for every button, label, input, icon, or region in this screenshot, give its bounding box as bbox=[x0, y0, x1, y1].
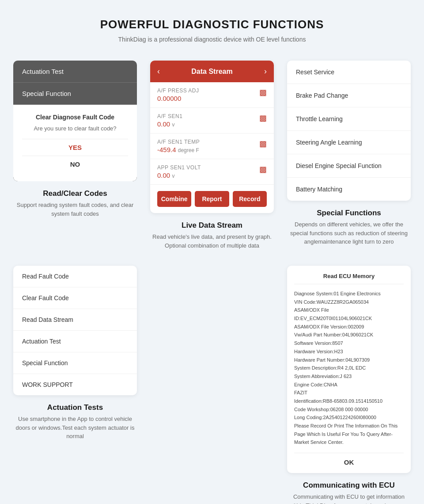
data-stream-card: ‹ Data Stream › A/F PRESS ADJ 0.00000 ▩ … bbox=[150, 61, 274, 213]
record-button[interactable]: Record bbox=[233, 191, 267, 207]
yes-button[interactable]: YES bbox=[22, 139, 128, 156]
ecu-section: Read ECU Memory Diagnose System:01 Engin… bbox=[287, 266, 411, 504]
second-row: Read Fault Code Clear Fault Code Read Da… bbox=[0, 261, 424, 504]
ecu-memory-card: Read ECU Memory Diagnose System:01 Engin… bbox=[287, 266, 411, 473]
fc-read-data-stream[interactable]: Read Data Stream bbox=[13, 309, 137, 331]
chart-icon-3[interactable]: ▩ bbox=[259, 164, 267, 174]
data-stream-header: ‹ Data Stream › bbox=[150, 61, 274, 82]
no-button[interactable]: NO bbox=[22, 156, 128, 172]
right-section: Reset Service Brake Pad Change Throttle … bbox=[287, 61, 411, 252]
row-value-0: 0.00000 bbox=[157, 95, 199, 102]
chart-icon-2[interactable]: ▩ bbox=[259, 139, 267, 149]
ecu-comm-section: Communicating with ECU Communicating wit… bbox=[287, 481, 411, 504]
row-label-3: APP SEN1 VOLT bbox=[157, 164, 201, 171]
main-grid: Actuation Test Special Function Clear Di… bbox=[0, 52, 424, 261]
chart-icon-0[interactable]: ▩ bbox=[259, 88, 267, 97]
row-label-2: A/F SEN1 TEMP bbox=[157, 139, 200, 145]
live-data-title: Live Data Stream bbox=[150, 221, 274, 230]
fc-work-support[interactable]: WORK SUPPORT bbox=[13, 374, 137, 395]
sf-section-label: Special Functions Depends on different v… bbox=[287, 209, 411, 246]
page-subtitle: ThinkDiag is a professional diagnostic d… bbox=[9, 36, 415, 43]
left-section: Actuation Test Special Function Clear Di… bbox=[13, 61, 137, 252]
fault-code-section: Read Fault Code Clear Fault Code Read Da… bbox=[13, 266, 137, 504]
data-row-3: APP SEN1 VOLT 0.00 v ▩ bbox=[150, 159, 274, 185]
report-button[interactable]: Report bbox=[195, 191, 229, 207]
actuation-menu-card: Actuation Test Special Function Clear Di… bbox=[13, 61, 137, 181]
actuation-test-item[interactable]: Actuation Test bbox=[13, 61, 137, 83]
back-arrow-icon[interactable]: ‹ bbox=[157, 67, 160, 76]
row-label-1: A/F SEN1 bbox=[157, 113, 182, 119]
row-value-2: -459.4 degree F bbox=[157, 146, 200, 153]
actuation-test-section: Actuation Tests Use smartphone in the Ap… bbox=[13, 403, 137, 441]
row-value-3: 0.00 v bbox=[157, 172, 201, 179]
center-bottom-spacer bbox=[150, 266, 274, 270]
dialog-text: Are you sure to clear fault code? bbox=[22, 125, 128, 132]
sf-diesel-engine[interactable]: Diesel Engine Special Function bbox=[287, 154, 411, 178]
sf-throttle-learning[interactable]: Throttle Learning bbox=[287, 107, 411, 131]
special-function-item[interactable]: Special Function bbox=[13, 83, 137, 105]
sf-section-desc: Depends on different vehicles, we offer … bbox=[287, 220, 411, 246]
fault-code-card: Read Fault Code Clear Fault Code Read Da… bbox=[13, 266, 137, 395]
special-functions-card: Reset Service Brake Pad Change Throttle … bbox=[287, 61, 411, 201]
fc-actuation-test[interactable]: Actuation Test bbox=[13, 331, 137, 352]
forward-arrow-icon[interactable]: › bbox=[264, 67, 267, 76]
fc-special-function[interactable]: Special Function bbox=[13, 352, 137, 374]
chart-icon-1[interactable]: ▩ bbox=[259, 113, 267, 123]
read-clear-section: Read/Clear Codes Support reading system … bbox=[13, 189, 137, 218]
data-row-0: A/F PRESS ADJ 0.00000 ▩ bbox=[150, 82, 274, 108]
sf-steering-angle[interactable]: Steering Angle Learning bbox=[287, 131, 411, 154]
live-data-section: Live Data Stream Read vehicle's live dat… bbox=[150, 221, 274, 250]
read-clear-title: Read/Clear Codes bbox=[13, 189, 137, 198]
ecu-memory-content: Diagnose System:01 Engine Electronics VI… bbox=[294, 290, 404, 447]
fc-clear-fault[interactable]: Clear Fault Code bbox=[13, 287, 137, 309]
actuation-test-desc: Use smartphone in the App to control veh… bbox=[13, 415, 137, 441]
data-stream-title: Data Stream bbox=[191, 68, 232, 76]
live-data-desc: Read vehicle's live data, and present by… bbox=[150, 233, 274, 250]
row-label-0: A/F PRESS ADJ bbox=[157, 88, 199, 94]
fc-read-fault[interactable]: Read Fault Code bbox=[13, 266, 137, 287]
sf-battery-matching[interactable]: Battery Matching bbox=[287, 178, 411, 201]
sf-reset-service[interactable]: Reset Service bbox=[287, 61, 411, 84]
sf-section-title: Special Functions bbox=[287, 209, 411, 218]
data-row-1: A/F SEN1 0.00 v ▩ bbox=[150, 108, 274, 134]
row-value-1: 0.00 v bbox=[157, 120, 182, 128]
dialog-title: Clear Diagnose Fault Code bbox=[22, 114, 128, 121]
page-title: POWERFUL DIAGNOSTIC FUNCTIONS bbox=[9, 18, 415, 31]
combine-button[interactable]: Combine bbox=[157, 191, 191, 207]
data-row-2: A/F SEN1 TEMP -459.4 degree F ▩ bbox=[150, 134, 274, 159]
clear-fault-dialog: Clear Diagnose Fault Code Are you sure t… bbox=[13, 105, 137, 181]
ecu-memory-title: Read ECU Memory bbox=[294, 273, 404, 284]
ecu-comm-title: Communicating with ECU bbox=[287, 481, 411, 490]
ecu-ok-button[interactable]: OK bbox=[294, 453, 404, 466]
read-clear-desc: Support reading system fault codes, and … bbox=[13, 201, 137, 218]
page-header: POWERFUL DIAGNOSTIC FUNCTIONS ThinkDiag … bbox=[0, 0, 424, 52]
actuation-test-title: Actuation Tests bbox=[13, 403, 137, 412]
ecu-comm-desc: Communicating with ECU to get informatio… bbox=[287, 493, 411, 504]
sf-brake-pad[interactable]: Brake Pad Change bbox=[287, 84, 411, 107]
ds-buttons: Combine Report Record bbox=[150, 185, 274, 213]
center-section: ‹ Data Stream › A/F PRESS ADJ 0.00000 ▩ … bbox=[150, 61, 274, 252]
